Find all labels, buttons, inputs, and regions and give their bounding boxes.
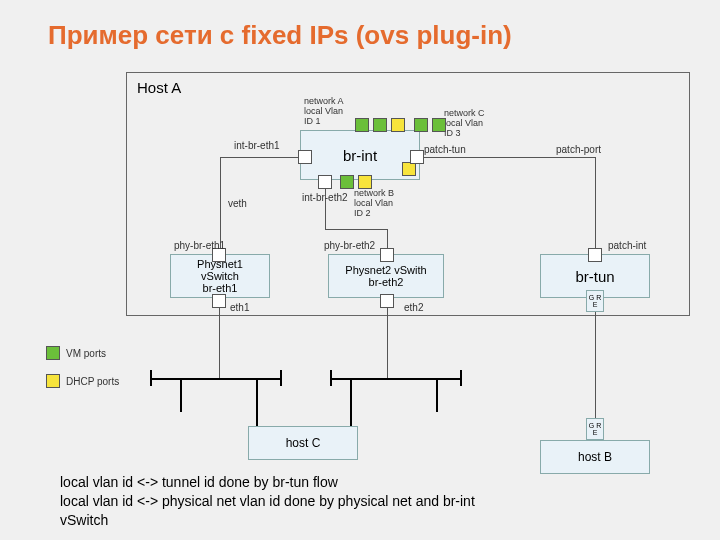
dhcp-port-icon: [358, 175, 372, 189]
bus-tick: [256, 378, 258, 426]
vlan-a-label: network A local Vlan ID 1: [304, 96, 344, 126]
dhcp-port-icon: [391, 118, 405, 132]
bus-end: [150, 370, 152, 386]
host-c-box: host C: [248, 426, 358, 460]
wire: [220, 157, 298, 158]
bus-tick: [350, 378, 352, 426]
vm-port-icon: [414, 118, 428, 132]
host-a-label: Host A: [137, 79, 181, 96]
physnet-bus: [150, 378, 280, 380]
footer-text: local vlan id <-> tunnel id done by br-t…: [60, 473, 475, 530]
legend-vm-label: VM ports: [66, 348, 106, 359]
br-tun-label: br-tun: [575, 268, 614, 285]
bus-end: [460, 370, 462, 386]
eth2-label: eth2: [404, 302, 423, 313]
vlan-c-label: network C local Vlan ID 3: [444, 108, 485, 138]
dhcp-port-icon: [402, 162, 416, 176]
bus-tick: [180, 378, 182, 412]
eth2-port: [380, 294, 394, 308]
patch-port-label: patch-port: [556, 144, 601, 155]
eth1-port: [212, 294, 226, 308]
vm-port-icon: [355, 118, 369, 132]
bus-end: [330, 370, 332, 386]
wire: [387, 229, 388, 249]
slide: Пример сети с fixed IPs (ovs plug-in) Ho…: [0, 0, 720, 540]
vlan-b-label: network B local Vlan ID 2: [354, 188, 394, 218]
host-b-box: host B: [540, 440, 650, 474]
gre-icon: G R E: [586, 418, 604, 440]
patch-int-port: [588, 248, 602, 262]
int-br-eth1-label: int-br-eth1: [234, 140, 280, 151]
wire: [219, 308, 220, 378]
vm-port-icon: [46, 346, 60, 360]
vm-port-icon: [373, 118, 387, 132]
bus-end: [280, 370, 282, 386]
patch-tun-label: patch-tun: [424, 144, 466, 155]
patch-tun-port: [410, 150, 424, 164]
gre-icon: G R E: [586, 290, 604, 312]
legend-dhcp-label: DHCP ports: [66, 376, 119, 387]
veth-label: veth: [228, 198, 247, 209]
eth1-label: eth1: [230, 302, 249, 313]
dhcp-port-icon: [46, 374, 60, 388]
wire: [325, 229, 387, 230]
phy-br-eth2-label: phy-br-eth2: [324, 240, 375, 251]
vm-port-icon: [432, 118, 446, 132]
wire: [220, 157, 221, 249]
wire: [387, 308, 388, 378]
phy-br-eth2-port: [380, 248, 394, 262]
patch-int-label: patch-int: [608, 240, 646, 251]
vm-port-icon: [340, 175, 354, 189]
page-title: Пример сети с fixed IPs (ovs plug-in): [48, 20, 512, 51]
int-br-eth1-port: [298, 150, 312, 164]
phy-br-eth1-label: phy-br-eth1: [174, 240, 225, 251]
bus-tick: [436, 378, 438, 412]
wire: [424, 157, 596, 158]
wire: [595, 312, 596, 418]
br-int-label: br-int: [343, 147, 377, 164]
int-br-eth2-label: int-br-eth2: [302, 192, 348, 203]
int-br-eth2-port: [318, 175, 332, 189]
wire: [595, 157, 596, 249]
